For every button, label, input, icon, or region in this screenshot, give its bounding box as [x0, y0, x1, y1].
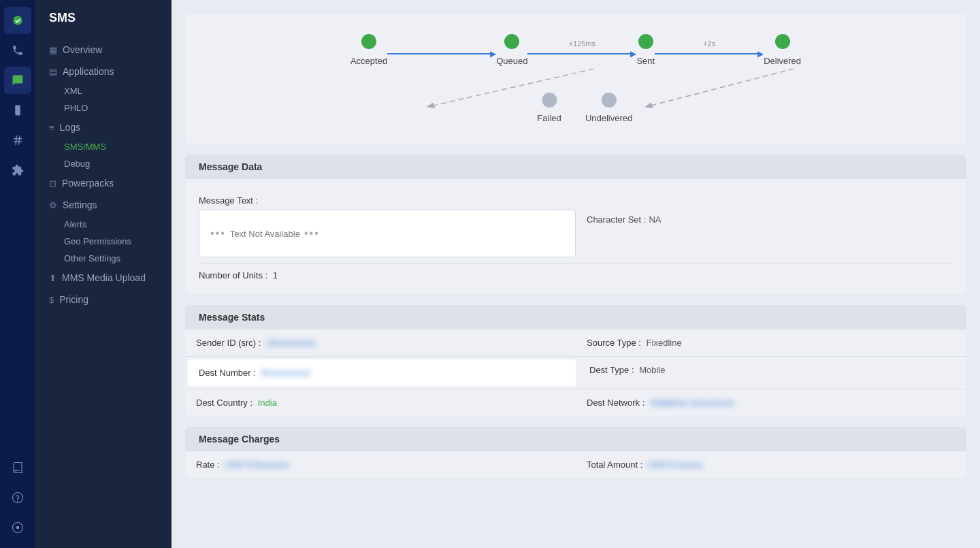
sent-dot — [638, 34, 653, 49]
sidebar-item-settings[interactable]: ⚙ Settings — [35, 194, 172, 216]
svg-point-6 — [16, 526, 20, 530]
message-stats-card: Message Stats Sender ID (src) : 15xxxxxx… — [185, 305, 966, 416]
sender-id-label: Sender ID (src) : — [196, 338, 261, 348]
flow-diagram-card: Accepted ▶ Queued +125ms ▶ — [185, 14, 966, 144]
total-amount-value: USD 0.xxxxxx — [648, 460, 703, 470]
dest-network-value: Vodafone xxxxxxxxxx — [650, 398, 734, 408]
dest-number-value: 91xxxxxxxxx — [261, 368, 310, 378]
icon-sidebar — [0, 0, 35, 548]
bottom-icon[interactable] — [4, 514, 31, 541]
powerpacks-icon: ⊡ — [49, 178, 56, 189]
flow-node-accepted: Accepted — [350, 34, 387, 66]
failed-node: Failed — [537, 93, 561, 123]
units-label: Number of Units : — [199, 270, 267, 280]
message-stats-header: Message Stats — [185, 305, 966, 329]
dest-number-cell: Dest Number : 91xxxxxxxxx — [188, 359, 576, 386]
arrow-3: +2s ▶ — [655, 39, 764, 59]
dest-type-cell: Dest Type : Mobile — [578, 357, 966, 389]
rate-label: Rate : — [196, 460, 220, 470]
book-icon[interactable] — [4, 454, 31, 481]
accepted-label: Accepted — [350, 56, 387, 66]
dest-network-label: Dest Network : — [587, 398, 644, 408]
flow-node-queued: Queued — [496, 34, 527, 66]
dest-country-value: India — [258, 398, 277, 408]
message-text-box: ••• Text Not Available ••• — [199, 210, 576, 257]
sidebar-item-sms-mms[interactable]: SMS/MMS — [35, 138, 172, 155]
dest-network-cell: Dest Network : Vodafone xxxxxxxxxx — [576, 389, 966, 416]
failed-dot — [542, 93, 557, 108]
sidebar-item-geo-permissions[interactable]: Geo Permissions — [35, 233, 172, 250]
message-data-header: Message Data — [185, 155, 966, 179]
sidebar-item-powerpacks[interactable]: ⊡ Powerpacks — [35, 172, 172, 194]
arrow-label-3: +2s — [703, 39, 715, 48]
svg-line-8 — [649, 69, 794, 106]
queued-label: Queued — [496, 56, 527, 66]
phone-icon[interactable] — [4, 37, 31, 64]
arrow-label-1 — [441, 39, 443, 48]
message-data-grid: Message Text : ••• Text Not Available ••… — [199, 190, 953, 263]
overview-icon: ▦ — [49, 45, 57, 55]
undelivered-label: Undelivered — [585, 113, 632, 123]
source-type-label: Source Type : — [587, 338, 641, 348]
flow-node-sent: Sent — [636, 34, 655, 66]
sender-id-value: 15xxxxxxxxx — [266, 338, 316, 348]
arrow-2: +125ms ▶ — [527, 39, 636, 59]
stats-row-3: Dest Country : India Dest Network : Voda… — [185, 389, 966, 416]
phone2-icon[interactable] — [4, 97, 31, 124]
accepted-dot — [361, 34, 376, 49]
stats-row-2: Dest Number : 91xxxxxxxxx Dest Type : Mo… — [185, 357, 966, 389]
svg-point-2 — [17, 113, 18, 114]
svg-line-7 — [430, 69, 593, 106]
dest-country-cell: Dest Country : India — [185, 389, 576, 416]
message-data-card: Message Data Message Text : ••• Text Not… — [185, 155, 966, 294]
message-text-cell: Message Text : ••• Text Not Available ••… — [199, 190, 576, 263]
delivered-label: Delivered — [764, 56, 801, 66]
mms-icon: ⬆ — [49, 273, 56, 283]
sidebar-item-other-settings[interactable]: Other Settings — [35, 250, 172, 267]
dots-right: ••• — [304, 227, 320, 240]
sidebar-item-applications[interactable]: ▤ Applications — [35, 61, 172, 82]
stats-row-1: Sender ID (src) : 15xxxxxxxxx Source Typ… — [185, 329, 966, 357]
page-title: SMS — [35, 11, 172, 39]
settings-icon: ⚙ — [49, 200, 57, 210]
source-type-cell: Source Type : Fixedline — [576, 329, 966, 356]
pricing-icon: $ — [49, 295, 54, 305]
dest-type-value: Mobile — [639, 365, 665, 375]
sidebar-item-overview[interactable]: ▦ Overview — [35, 39, 172, 61]
total-amount-cell: Total Amount : USD 0.xxxxxx — [576, 451, 966, 478]
character-set-value: NA — [649, 214, 661, 225]
message-charges-card: Message Charges Rate : USD 0.0xxxxxxx To… — [185, 427, 966, 478]
dest-type-label: Dest Type : — [589, 365, 634, 375]
sidebar-item-alerts[interactable]: Alerts — [35, 216, 172, 233]
sidebar-item-phlo[interactable]: PHLO — [35, 99, 172, 116]
dashed-arrows-svg — [212, 69, 939, 123]
flow-node-delivered: Delivered — [764, 34, 801, 66]
sidebar-item-debug[interactable]: Debug — [35, 155, 172, 172]
svg-point-4 — [17, 501, 18, 502]
cloud-icon[interactable] — [4, 7, 31, 34]
undelivered-node: Undelivered — [585, 93, 632, 123]
message-data-body: Message Text : ••• Text Not Available ••… — [185, 179, 966, 294]
message-text-label: Message Text : — [199, 195, 258, 206]
svg-point-0 — [13, 16, 22, 25]
arrow-1: ▶ — [387, 39, 496, 59]
main-content: Accepted ▶ Queued +125ms ▶ — [172, 0, 980, 548]
undelivered-dot — [602, 93, 617, 108]
message-text-value: Text Not Available — [230, 229, 300, 239]
sidebar-item-logs[interactable]: ≡ Logs — [35, 116, 172, 138]
sidebar-item-pricing[interactable]: $ Pricing — [35, 289, 172, 310]
arrow-label-2: +125ms — [569, 39, 595, 48]
question-icon[interactable] — [4, 484, 31, 511]
sidebar-item-xml[interactable]: XML — [35, 82, 172, 99]
delivered-dot — [775, 34, 790, 49]
total-amount-label: Total Amount : — [587, 460, 642, 470]
rate-value: USD 0.0xxxxxxx — [225, 460, 289, 470]
sidebar-item-mms-media[interactable]: ⬆ MMS Media Upload — [35, 267, 172, 289]
rate-cell: Rate : USD 0.0xxxxxxx — [185, 451, 576, 478]
puzzle-icon[interactable] — [4, 157, 31, 184]
sms-nav-icon[interactable] — [4, 67, 31, 94]
dest-number-label: Dest Number : — [199, 368, 256, 378]
charges-row-1: Rate : USD 0.0xxxxxxx Total Amount : USD… — [185, 451, 966, 478]
hash-icon[interactable] — [4, 127, 31, 154]
sent-label: Sent — [636, 56, 655, 66]
